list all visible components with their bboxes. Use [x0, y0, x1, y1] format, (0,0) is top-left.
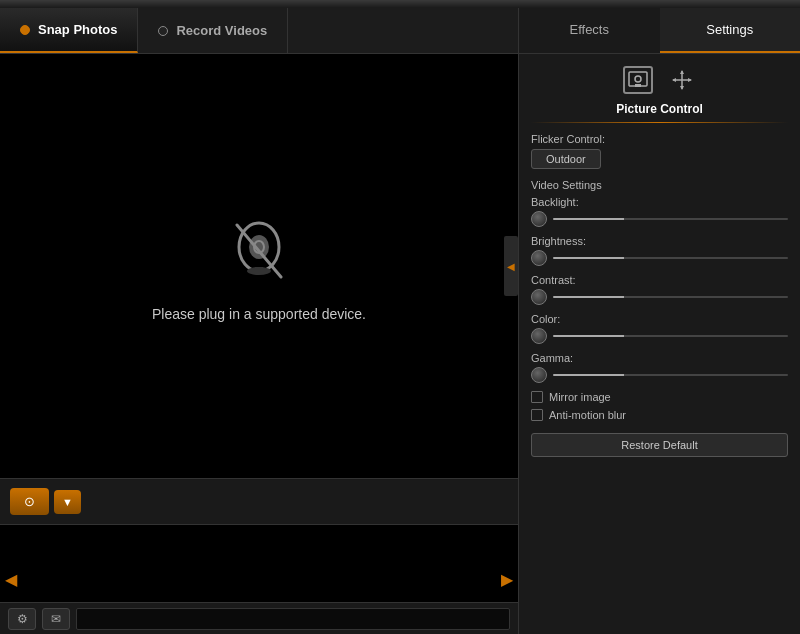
- no-device-icon: [219, 211, 299, 291]
- anti-motion-row: Anti-motion blur: [531, 409, 788, 421]
- contrast-label: Contrast:: [531, 274, 788, 286]
- gamma-slider-track[interactable]: [553, 374, 788, 376]
- snap-dropdown-button[interactable]: ▼: [54, 490, 81, 514]
- brightness-slider-thumb[interactable]: [531, 250, 547, 266]
- gamma-label: Gamma:: [531, 352, 788, 364]
- svg-rect-8: [635, 84, 641, 87]
- gamma-row: Gamma:: [531, 352, 788, 383]
- contrast-slider-container: [531, 289, 788, 305]
- thumb-arrow-left[interactable]: ◀: [5, 570, 17, 589]
- svg-marker-11: [680, 70, 684, 74]
- gamma-slider-container: [531, 367, 788, 383]
- right-content: Picture Control Flicker Control: Outdoor…: [519, 54, 800, 634]
- camera-view: Please plug in a supported device. ◀: [0, 54, 518, 478]
- svg-marker-12: [680, 86, 684, 90]
- picture-icon-svg: [628, 71, 648, 89]
- color-slider-track[interactable]: [553, 335, 788, 337]
- picture-control-title: Picture Control: [531, 102, 788, 116]
- right-tabs: Effects Settings: [519, 8, 800, 54]
- tab-dot-snap: [20, 25, 30, 35]
- thumb-arrow-right[interactable]: ▶: [501, 570, 513, 589]
- svg-point-7: [635, 76, 641, 82]
- mirror-label: Mirror image: [549, 391, 611, 403]
- main-container: Snap Photos Record Videos Please plug in…: [0, 8, 800, 634]
- section-divider: [531, 122, 788, 123]
- tab-effects[interactable]: Effects: [519, 8, 660, 53]
- flicker-label: Flicker Control:: [531, 133, 788, 145]
- backlight-slider-thumb[interactable]: [531, 211, 547, 227]
- contrast-slider-track[interactable]: [553, 296, 788, 298]
- svg-point-1: [249, 235, 269, 259]
- svg-rect-6: [629, 72, 647, 86]
- tab-dot-record: [158, 26, 168, 36]
- backlight-slider-container: [531, 211, 788, 227]
- brightness-slider-container: [531, 250, 788, 266]
- svg-rect-5: [255, 267, 263, 273]
- snap-button[interactable]: ⊙: [10, 488, 49, 515]
- color-slider-container: [531, 328, 788, 344]
- tab-record-videos[interactable]: Record Videos: [138, 8, 288, 53]
- mirror-checkbox[interactable]: [531, 391, 543, 403]
- gamma-slider-thumb[interactable]: [531, 367, 547, 383]
- thumbnail-mail-button[interactable]: ✉: [42, 608, 70, 630]
- thumbnail-settings-button[interactable]: ⚙: [8, 608, 36, 630]
- pic-control-header: [531, 66, 788, 94]
- scroll-indicator: ◀: [504, 236, 518, 296]
- brightness-label: Brightness:: [531, 235, 788, 247]
- anti-motion-checkbox[interactable]: [531, 409, 543, 421]
- picture-control-icon[interactable]: [623, 66, 653, 94]
- camera-controls: ⊙ ▼: [0, 478, 518, 524]
- brightness-slider-track[interactable]: [553, 257, 788, 259]
- thumbnail-text-input[interactable]: [76, 608, 510, 630]
- no-device-text: Please plug in a supported device.: [152, 306, 366, 322]
- left-panel: Snap Photos Record Videos Please plug in…: [0, 8, 518, 634]
- svg-marker-14: [688, 78, 692, 82]
- camera-icon: ⊙: [24, 494, 35, 509]
- flicker-button[interactable]: Outdoor: [531, 149, 601, 169]
- mail-icon: ✉: [51, 612, 61, 626]
- move-icon-svg: [671, 69, 693, 91]
- move-icon[interactable]: [668, 66, 696, 94]
- backlight-row: Backlight:: [531, 196, 788, 227]
- anti-motion-label: Anti-motion blur: [549, 409, 626, 421]
- color-slider-thumb[interactable]: [531, 328, 547, 344]
- color-label: Color:: [531, 313, 788, 325]
- svg-marker-13: [672, 78, 676, 82]
- thumbnail-bottom-bar: ⚙ ✉: [0, 602, 518, 634]
- right-panel: Effects Settings: [518, 8, 800, 634]
- contrast-slider-thumb[interactable]: [531, 289, 547, 305]
- video-settings-label: Video Settings: [531, 179, 788, 191]
- backlight-slider-track[interactable]: [553, 218, 788, 220]
- backlight-label: Backlight:: [531, 196, 788, 208]
- settings-gear-icon: ⚙: [17, 612, 28, 626]
- top-bar: [0, 0, 800, 8]
- scroll-arrow: ◀: [507, 261, 515, 272]
- restore-default-button[interactable]: Restore Default: [531, 433, 788, 457]
- tab-snap-photos[interactable]: Snap Photos: [0, 8, 138, 53]
- contrast-row: Contrast:: [531, 274, 788, 305]
- color-row: Color:: [531, 313, 788, 344]
- tab-settings[interactable]: Settings: [660, 8, 801, 53]
- mirror-image-row: Mirror image: [531, 391, 788, 403]
- tab-bar: Snap Photos Record Videos: [0, 8, 518, 54]
- brightness-row: Brightness:: [531, 235, 788, 266]
- thumbnail-strip: ◀ ▶ ⚙ ✉: [0, 524, 518, 634]
